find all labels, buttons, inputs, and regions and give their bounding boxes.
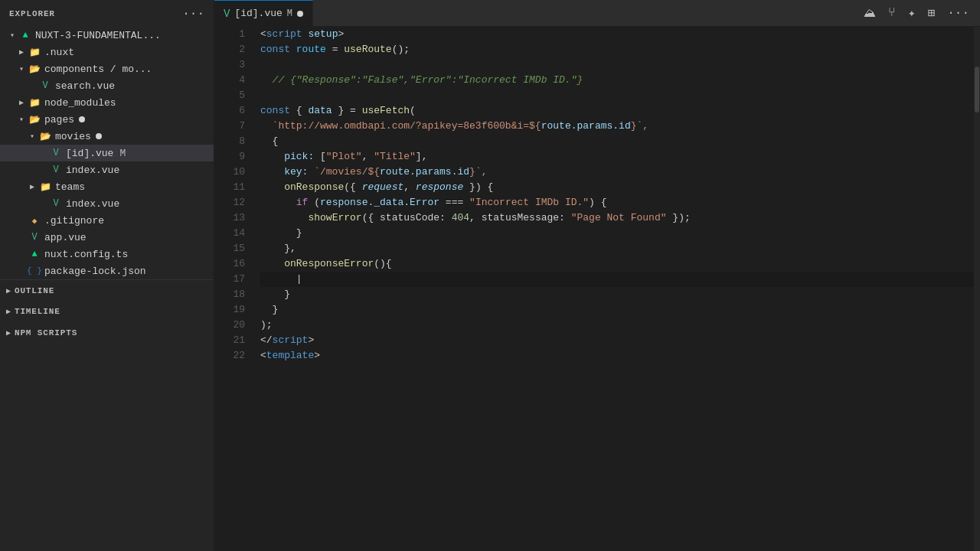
main-area: V [id].vue M ⛰ ⑂ ✦ ⊞ ··· 123456789101112… [214, 0, 980, 551]
more-icon[interactable]: ··· [944, 3, 972, 23]
app-vue-label: app.vue [44, 232, 87, 243]
line-number: 22 [214, 348, 245, 364]
sidebar-header: EXPLORER ··· [0, 0, 214, 27]
pages-modified-dot [79, 116, 85, 122]
teams-chevron [26, 181, 38, 193]
teams-folder-icon: 📁 [38, 180, 52, 194]
code-line: ); [260, 318, 974, 333]
code-line: const { data } = useFetch( [260, 103, 974, 119]
tree-item-components[interactable]: 📂 components / mo... [0, 60, 214, 77]
code-line [260, 57, 974, 73]
line-number: 19 [214, 302, 245, 318]
code-content[interactable]: <script setup>const route = useRoute(); … [253, 27, 974, 551]
tree-item-pages[interactable]: 📂 pages [0, 111, 214, 128]
pages-label: pages [44, 114, 74, 126]
explorer-title: EXPLORER [9, 9, 55, 18]
npm-label: NPM SCRIPTS [15, 328, 77, 337]
tree-item-package-lock[interactable]: { } package-lock.json [0, 262, 214, 279]
scrollbar[interactable] [974, 27, 980, 551]
line-number: 4 [214, 73, 245, 88]
components-chevron [15, 63, 28, 75]
outline-label: OUTLINE [15, 286, 54, 295]
gitignore-icon: ◆ [28, 214, 41, 227]
tree-item-index-vue-teams[interactable]: V index.vue [0, 195, 214, 212]
movies-modified-dot [96, 133, 102, 139]
nuxt-folder-icon: 📁 [28, 45, 41, 59]
tab-bar: V [id].vue M ⛰ ⑂ ✦ ⊞ ··· [214, 0, 980, 27]
npm-chevron: ▶ [6, 328, 11, 337]
line-number: 21 [214, 333, 245, 348]
code-line: </script> [260, 333, 974, 348]
line-number: 2 [214, 42, 245, 57]
file-tree: ▲ NUXT-3-FUNDAMENTAL... 📁 .nuxt 📂 compon… [0, 27, 214, 551]
tab-label: [id].vue [234, 8, 282, 19]
package-lock-icon: { } [28, 264, 41, 278]
tab-modifier: M [287, 8, 292, 19]
root-label: NUXT-3-FUNDAMENTAL... [35, 30, 161, 41]
nuxt-config-icon: ▲ [28, 247, 41, 261]
components-folder-icon: 📂 [28, 62, 41, 76]
mountain-icon[interactable]: ⛰ [861, 3, 879, 24]
branch-icon[interactable]: ⑂ [885, 3, 899, 23]
extension-icon[interactable]: ✦ [905, 2, 919, 24]
line-number: 14 [214, 226, 245, 241]
line-number: 8 [214, 134, 245, 149]
code-area[interactable]: 12345678910111213141516171819202122 <scr… [214, 27, 980, 551]
node-modules-icon: 📁 [28, 96, 41, 109]
pages-chevron [15, 113, 28, 126]
tab-vue-icon: V [224, 8, 230, 20]
code-line: } [260, 302, 974, 318]
active-tab[interactable]: V [id].vue M [214, 0, 313, 27]
tab-modified-dot [297, 11, 303, 17]
tree-item-index-vue-movies[interactable]: V index.vue [0, 161, 214, 178]
line-number: 9 [214, 149, 245, 165]
tree-item-node-modules[interactable]: 📁 node_modules [0, 94, 214, 111]
timeline-label: TIMELINE [15, 307, 60, 316]
code-line: pick: ["Plot", "Title"], [260, 149, 974, 165]
timeline-section[interactable]: ▶ TIMELINE [0, 301, 214, 322]
layout-icon[interactable]: ⊞ [925, 2, 939, 24]
sidebar-more-button[interactable]: ··· [182, 7, 204, 21]
components-label: components / mo... [44, 64, 152, 75]
root-chevron [6, 29, 18, 41]
line-number: 17 [214, 272, 245, 287]
scrollbar-thumb[interactable] [975, 67, 979, 112]
outline-chevron: ▶ [6, 286, 11, 295]
outline-section[interactable]: ▶ OUTLINE [0, 279, 214, 301]
code-line: showError({ statusCode: 404, statusMessa… [260, 210, 974, 226]
tree-item-search-vue[interactable]: V search.vue [0, 77, 214, 94]
line-number: 3 [214, 57, 245, 73]
line-number: 15 [214, 241, 245, 256]
tree-item-app-vue[interactable]: V app.vue [0, 229, 214, 246]
code-line: | [260, 272, 974, 287]
index-vue-movies-icon: V [49, 163, 63, 177]
app-vue-icon: V [28, 230, 41, 244]
search-vue-icon: V [38, 79, 52, 93]
code-line: <template> [260, 348, 974, 364]
tree-item-nuxt[interactable]: 📁 .nuxt [0, 44, 214, 60]
nuxt-config-label: nuxt.config.ts [44, 249, 128, 260]
tree-item-teams[interactable]: 📁 teams [0, 178, 214, 195]
search-vue-label: search.vue [55, 80, 115, 92]
npm-scripts-section[interactable]: ▶ NPM SCRIPTS [0, 322, 214, 344]
line-number: 16 [214, 256, 245, 272]
node-modules-chevron [15, 96, 28, 109]
tree-item-movies[interactable]: 📂 movies [0, 128, 214, 145]
tree-item-nuxt-config[interactable]: ▲ nuxt.config.ts [0, 246, 214, 262]
pages-folder-icon: 📂 [28, 112, 41, 126]
tree-item-id-vue[interactable]: V [id].vue M [0, 145, 214, 161]
tree-root[interactable]: ▲ NUXT-3-FUNDAMENTAL... [0, 27, 214, 44]
package-lock-label: package-lock.json [44, 266, 146, 277]
movies-chevron [26, 130, 38, 142]
movies-folder-icon: 📂 [38, 129, 52, 143]
index-vue-teams-label: index.vue [66, 198, 119, 210]
code-line: }, [260, 241, 974, 256]
code-line: { [260, 134, 974, 149]
tree-item-gitignore[interactable]: ◆ .gitignore [0, 212, 214, 229]
code-line: `http://www.omdbapi.com/?apikey=8e3f600b… [260, 119, 974, 134]
line-number: 6 [214, 103, 245, 119]
root-icon: ▲ [18, 28, 32, 42]
index-vue-movies-label: index.vue [66, 165, 119, 176]
nuxt-chevron [15, 46, 28, 58]
code-line: <script setup> [260, 27, 974, 42]
